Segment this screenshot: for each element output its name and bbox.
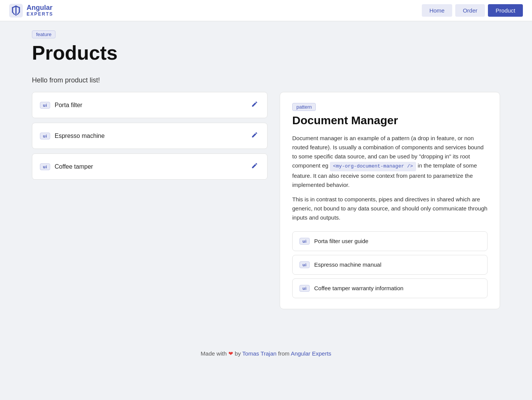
edit-product-button[interactable]	[250, 130, 260, 142]
hello-text: Hello from product list!	[32, 76, 500, 84]
doc-ui-badge: ui	[299, 285, 310, 292]
brand-logo[interactable]: Angular EXPERTS	[9, 4, 53, 17]
product-ui-badge: ui	[40, 102, 50, 109]
org-link[interactable]: Angular Experts	[291, 350, 331, 357]
product-list-section: ui Porta filter ui Espresso machine ui	[32, 92, 268, 180]
nav-buttons: Home Order Product	[422, 4, 523, 17]
edit-icon	[251, 131, 258, 138]
document-list: ui Porta filter user guide ui Espresso m…	[292, 231, 488, 298]
home-button[interactable]: Home	[422, 4, 452, 17]
author-link[interactable]: Tomas Trajan	[242, 350, 277, 357]
document-item[interactable]: ui Coffee tamper warranty information	[292, 278, 488, 298]
footer-made-with: Made with	[201, 350, 226, 357]
doc-ui-badge: ui	[299, 261, 310, 268]
product-name: Coffee tamper	[55, 163, 93, 170]
pattern-desc-2: This is in contrast to components, pipes…	[292, 195, 488, 222]
product-button[interactable]: Product	[488, 4, 523, 17]
product-item-left: ui Espresso machine	[40, 133, 104, 139]
product-list: ui Porta filter ui Espresso machine ui	[32, 92, 268, 180]
logo-icon	[9, 4, 23, 17]
doc-name: Porta filter user guide	[314, 238, 369, 244]
product-item: ui Porta filter	[32, 92, 268, 118]
footer: Made with ❤ by Tomas Trajan from Angular…	[0, 332, 532, 369]
document-item[interactable]: ui Porta filter user guide	[292, 231, 488, 251]
feature-badge: feature	[32, 30, 55, 38]
product-item-left: ui Porta filter	[40, 102, 82, 109]
product-ui-badge: ui	[40, 163, 50, 170]
product-name: Porta filter	[55, 102, 82, 109]
edit-icon	[251, 101, 258, 108]
product-name: Espresso machine	[55, 133, 105, 139]
edit-product-button[interactable]	[250, 161, 260, 172]
order-button[interactable]: Order	[455, 4, 485, 17]
edit-icon	[251, 162, 258, 169]
doc-name: Coffee tamper warranty information	[314, 285, 404, 291]
page-content: feature Products Hello from product list…	[23, 21, 509, 309]
pattern-card: pattern Document Manager Document manage…	[280, 92, 500, 309]
code-snippet: <my-org-document-manager />	[330, 162, 416, 171]
edit-product-button[interactable]	[250, 99, 260, 111]
pattern-title: Document Manager	[292, 114, 488, 127]
main-layout: ui Porta filter ui Espresso machine ui	[32, 92, 500, 309]
product-item: ui Coffee tamper	[32, 153, 268, 180]
brand-experts: EXPERTS	[27, 12, 53, 17]
navbar: Angular EXPERTS Home Order Product	[0, 0, 532, 21]
heart-icon: ❤	[228, 350, 235, 357]
pattern-card-section: pattern Document Manager Document manage…	[280, 92, 500, 309]
product-item-left: ui Coffee tamper	[40, 163, 93, 170]
brand-angular: Angular	[27, 4, 53, 12]
pattern-description: Document manager is an example of a patt…	[292, 134, 488, 222]
pattern-badge: pattern	[292, 103, 316, 111]
brand-text: Angular EXPERTS	[27, 4, 53, 17]
doc-ui-badge: ui	[299, 238, 310, 245]
product-ui-badge: ui	[40, 133, 50, 139]
footer-by: by	[235, 350, 241, 357]
doc-name: Espresso machine manual	[314, 261, 382, 268]
pattern-desc-1: Document manager is an example of a patt…	[292, 134, 488, 190]
page-title: Products	[32, 41, 500, 64]
document-item[interactable]: ui Espresso machine manual	[292, 255, 488, 275]
product-item: ui Espresso machine	[32, 123, 268, 149]
